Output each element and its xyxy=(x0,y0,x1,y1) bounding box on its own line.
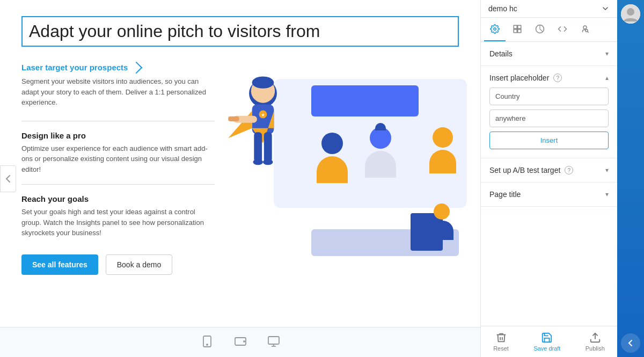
illus-person-1 xyxy=(317,133,348,183)
page-title-accordion: Page title ▾ xyxy=(481,183,617,207)
book-demo-button[interactable]: Book a demo xyxy=(106,254,173,275)
svg-rect-9 xyxy=(228,116,239,121)
insert-placeholder-header[interactable]: Insert placeholder ? ▴ xyxy=(481,66,617,84)
panel-body: Details ▾ Insert placeholder ? ▴ Insert xyxy=(481,42,617,326)
reset-button[interactable]: Reset xyxy=(493,332,509,352)
page-title-header[interactable]: Page title ▾ xyxy=(481,183,617,206)
laser-section: Laser target your prospects Segment your… xyxy=(21,63,215,108)
details-label: Details xyxy=(489,49,513,58)
tablet-landscape-btn[interactable] xyxy=(232,333,249,352)
insert-placeholder-label: Insert placeholder xyxy=(489,74,549,82)
svg-rect-20 xyxy=(514,25,517,28)
page-title-chevron-icon: ▾ xyxy=(605,191,609,198)
superwoman-svg: ★ xyxy=(220,74,306,208)
publish-label: Publish xyxy=(586,345,605,352)
save-draft-button[interactable]: Save draft xyxy=(533,332,560,352)
svg-text:★: ★ xyxy=(261,112,265,118)
panel-collapse-btn[interactable] xyxy=(621,333,640,353)
design-text: Optimize user experience for each audien… xyxy=(21,143,215,175)
cta-buttons: See all features Book a demo xyxy=(21,254,215,275)
save-draft-label: Save draft xyxy=(533,345,560,352)
insert-button[interactable]: Insert xyxy=(489,132,609,149)
details-accordion-header[interactable]: Details ▾ xyxy=(481,42,617,65)
panel-header: demo hc xyxy=(481,0,617,18)
right-panel: demo hc Detai xyxy=(480,0,617,357)
goals-text: Set your goals high and test your ideas … xyxy=(21,207,215,238)
svg-rect-21 xyxy=(518,25,521,28)
reset-label: Reset xyxy=(493,345,509,352)
svg-rect-5 xyxy=(264,132,272,162)
svg-rect-4 xyxy=(254,132,262,162)
svg-point-24 xyxy=(583,26,587,29)
svg-point-19 xyxy=(494,28,496,31)
illus-person-3 xyxy=(429,127,456,173)
svg-point-2 xyxy=(252,77,274,89)
nav-arrow-left[interactable] xyxy=(0,165,16,192)
ab-test-help-icon[interactable]: ? xyxy=(565,166,573,174)
insert-placeholder-section: Insert placeholder ? ▴ Insert xyxy=(481,66,617,158)
goals-section: Reach your goals Set your goals high and… xyxy=(21,194,215,238)
tab-seo[interactable] xyxy=(574,18,596,41)
tab-settings[interactable] xyxy=(484,18,506,41)
svg-rect-22 xyxy=(514,30,517,33)
svg-point-7 xyxy=(263,159,273,165)
user-avatar[interactable] xyxy=(621,4,640,24)
details-chevron-icon: ▾ xyxy=(605,50,609,57)
svg-point-27 xyxy=(627,8,634,16)
illus-blue-rect xyxy=(311,85,419,116)
desktop-btn[interactable] xyxy=(265,333,282,352)
tab-blocks[interactable] xyxy=(507,18,528,41)
laser-link-text: Laser target your prospects xyxy=(21,63,128,72)
country-input[interactable] xyxy=(489,88,609,105)
divider-2 xyxy=(21,184,215,185)
illustration-area: ★ xyxy=(231,63,459,275)
see-all-button[interactable]: See all features xyxy=(21,254,98,275)
divider-1 xyxy=(21,121,215,121)
device-nav xyxy=(0,327,480,357)
hero-illustration: ★ xyxy=(231,63,459,267)
insert-placeholder-help-icon[interactable]: ? xyxy=(553,74,562,82)
dropdown-icon[interactable] xyxy=(601,4,610,13)
svg-rect-16 xyxy=(268,337,279,344)
laser-text: Segment your website visitors into audie… xyxy=(21,76,215,108)
design-section: Design like a pro Optimize user experien… xyxy=(21,131,215,175)
site-name: demo hc xyxy=(488,4,517,13)
ab-test-label: Set up A/B test target xyxy=(489,166,560,174)
page-heading-input[interactable] xyxy=(21,16,459,47)
tab-design[interactable] xyxy=(529,18,551,41)
chevron-right-icon xyxy=(130,61,143,74)
tab-code[interactable] xyxy=(552,18,573,41)
goals-heading: Reach your goals xyxy=(21,194,215,203)
svg-point-13 xyxy=(207,344,208,345)
design-heading: Design like a pro xyxy=(21,131,215,140)
illus-person-2 xyxy=(365,127,396,178)
insert-placeholder-content: Insert xyxy=(481,84,617,158)
panel-footer: Reset Save draft Publish xyxy=(481,326,617,357)
blue-sidebar xyxy=(617,0,644,357)
panel-tabs xyxy=(481,18,617,42)
svg-point-6 xyxy=(253,159,263,165)
anywhere-input[interactable] xyxy=(489,110,609,127)
ab-test-chevron-icon: ▾ xyxy=(605,166,609,174)
tablet-portrait-btn[interactable] xyxy=(199,333,216,352)
svg-rect-23 xyxy=(518,30,521,33)
laser-link[interactable]: Laser target your prospects xyxy=(21,63,215,72)
page-title-label: Page title xyxy=(489,190,521,199)
svg-point-15 xyxy=(244,341,245,342)
illus-person-desk xyxy=(430,203,453,240)
details-accordion: Details ▾ xyxy=(481,42,617,66)
publish-button[interactable]: Publish xyxy=(586,332,605,352)
ab-test-accordion: Set up A/B test target ? ▾ xyxy=(481,158,617,183)
ab-test-header[interactable]: Set up A/B test target ? ▾ xyxy=(481,158,617,182)
insert-placeholder-chevron-icon: ▴ xyxy=(605,74,609,82)
